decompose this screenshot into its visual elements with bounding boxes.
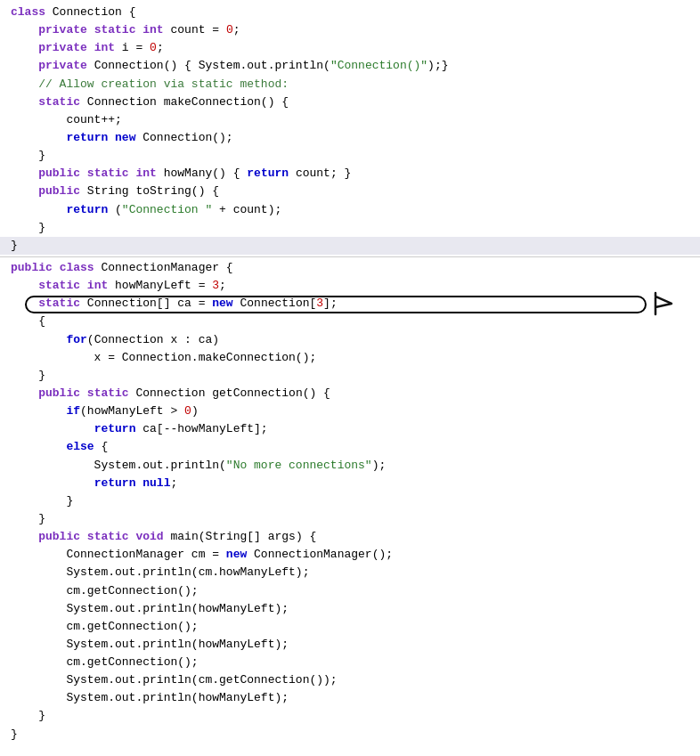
code-line: } [0,237,700,255]
code-line: } [0,367,700,385]
line-text: ConnectionManager cm = new ConnectionMan… [7,546,393,564]
line-text: for(Connection x : ca) [7,331,219,349]
code-line: public static void main(String[] args) { [0,528,700,546]
code-line: { [0,313,700,330]
line-text: public static int howMany() { return cou… [7,165,351,183]
code-line: static int howManyLeft = 3; [0,277,700,295]
code-line: static Connection makeConnection() { [0,93,700,111]
code-line: public static int howMany() { return cou… [0,165,700,183]
code-line: ConnectionManager cm = new ConnectionMan… [0,546,700,564]
line-text: System.out.println(howManyLeft); [7,636,289,654]
code-line: } [0,219,700,237]
code-line: System.out.println(howManyLeft); [0,689,700,707]
line-text: if(howManyLeft > 0) [7,402,199,420]
code-line: return ca[--howManyLeft]; [0,420,700,438]
line-text: System.out.println(cm.getConnection()); [7,671,338,689]
line-text: cm.getConnection(); [7,654,199,671]
code-line: cm.getConnection(); [0,582,700,600]
line-text: } [7,492,73,510]
line-text: // Allow creation via static method: [7,76,289,93]
code-line: System.out.println(cm.howManyLeft); [0,564,700,581]
line-text: return null; [7,475,177,492]
line-text: public static void main(String[] args) { [7,528,316,546]
line-text: public static Connection getConnection()… [7,385,330,402]
line-text: private static int count = 0; [7,21,240,39]
line-text: return ("Connection " + count); [7,201,281,219]
code-line: System.out.println(howManyLeft); [0,600,700,618]
code-line: System.out.println(cm.getConnection()); [0,671,700,689]
code-line: public String toString() { [0,183,700,200]
line-text: else { [7,438,108,456]
line-text: } [7,147,45,165]
code-line: } [0,510,700,528]
code-line: x = Connection.makeConnection(); [0,349,700,367]
code-line: return ("Connection " + count); [0,201,700,219]
code-line: } [0,726,700,744]
code-line: cm.getConnection(); [0,654,700,671]
code-line: // Allow creation via static method: [0,76,700,93]
code-line: return null; [0,475,700,492]
code-line: for(Connection x : ca) [0,331,700,349]
line-text: } [7,367,45,385]
line-text: System.out.println("No more connections"… [7,457,386,475]
line-text: { [7,313,45,330]
line-text: static Connection makeConnection() { [7,93,289,111]
code-line: static Connection[] ca = new Connection[… [0,295,700,313]
code-line: public static Connection getConnection()… [0,385,700,402]
line-text: System.out.println(howManyLeft); [7,600,289,618]
code-line: private Connection() { System.out.printl… [0,57,700,75]
line-text: } [7,726,18,744]
line-text: cm.getConnection(); [7,618,199,636]
code-line: cm.getConnection(); [0,618,700,636]
code-line: } [0,707,700,725]
line-text: return new Connection(); [7,129,233,147]
code-line: System.out.println(howManyLeft); [0,636,700,654]
line-text: System.out.println(howManyLeft); [7,689,289,707]
line-text: return ca[--howManyLeft]; [7,420,268,438]
code-line: } [0,492,700,510]
line-text: static int howManyLeft = 3; [7,277,226,295]
line-text: x = Connection.makeConnection(); [7,349,316,367]
line-text: } [7,510,45,528]
line-text: static Connection[] ca = new Connection[… [7,295,338,313]
line-text: count++; [7,111,122,129]
line-text: System.out.println(cm.howManyLeft); [7,564,309,581]
line-text: private Connection() { System.out.printl… [7,57,449,75]
line-text: } [7,707,45,725]
line-text: public class ConnectionManager { [7,259,233,277]
code-line: private static int count = 0; [0,21,700,39]
line-text: private int i = 0; [7,39,164,57]
line-text: } [7,219,45,237]
code-line: if(howManyLeft > 0) [0,402,700,420]
line-text: class Connection { [7,4,135,21]
code-line: return new Connection(); [0,129,700,147]
code-line: count++; [0,111,700,129]
line-text: } [7,237,18,255]
code-line: } [0,147,700,165]
code-editor: class Connection { private static int co… [0,0,700,756]
code-line: class Connection { [0,4,700,21]
line-text: cm.getConnection(); [7,582,199,600]
code-line: System.out.println("No more connections"… [0,457,700,475]
code-line: public class ConnectionManager { [0,259,700,277]
line-text: public String toString() { [7,183,219,200]
code-line: else { [0,438,700,456]
code-line: private int i = 0; [0,39,700,57]
